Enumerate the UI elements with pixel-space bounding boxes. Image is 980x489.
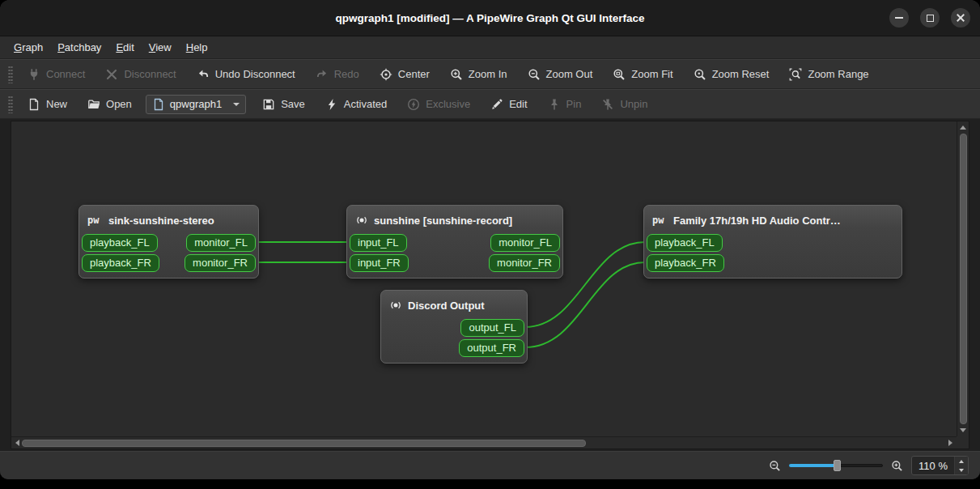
port-output-fl[interactable]: output_FL [460,319,524,337]
horizontal-scrollbar-thumb[interactable] [22,440,586,447]
node-discord-output[interactable]: Discord Output output_FL output_FR [380,290,528,364]
activated-toggle[interactable]: Activated [319,94,393,115]
node-title: sunshine [sunshine-record] [374,215,512,227]
graph-canvas[interactable]: pw sink-sunshine-stereo playback_FL moni… [11,121,957,436]
open-patchbay-button[interactable]: Open [81,94,138,115]
node-title: Discord Output [408,300,485,312]
canvas-area: pw sink-sunshine-stereo playback_FL moni… [0,119,980,451]
zoom-in-button[interactable]: Zoom In [443,64,514,85]
menu-graph[interactable]: Graph [6,38,50,57]
maximize-icon [927,15,934,22]
unpin-icon [601,98,614,111]
pin-icon [548,98,561,111]
undo-disconnect-button[interactable]: Undo Disconnect [190,64,302,85]
disconnect-button[interactable]: Disconnect [99,64,182,85]
port-monitor-fr[interactable]: monitor_FR [185,254,256,272]
port-monitor-fl[interactable]: monitor_FL [186,234,256,252]
window-controls [889,0,970,36]
edit-toggle[interactable]: Edit [484,94,533,115]
pin-button[interactable]: Pin [541,94,588,115]
disconnect-label: Disconnect [124,68,176,80]
redo-label: Redo [334,68,359,80]
close-icon [956,13,965,23]
toolbar-drag-handle[interactable] [8,66,13,83]
menu-patchbay[interactable]: Patchbay [50,38,108,57]
save-label: Save [281,98,305,110]
port-list: output_FL output_FR [381,319,527,363]
menubar: Graph Patchbay Edit View Help [0,36,980,59]
node-title-bar: Discord Output [381,296,527,315]
connect-button[interactable]: Connect [21,64,91,85]
port-playback-fl[interactable]: playback_FL [82,234,158,252]
zoom-out-icon [528,68,541,81]
zoom-spin-arrows [954,457,968,474]
node-sink-sunshine-stereo[interactable]: pw sink-sunshine-stereo playback_FL moni… [78,205,259,279]
scroll-up-button[interactable] [959,123,968,132]
port-output-fr[interactable]: output_FR [459,339,524,357]
menu-view[interactable]: View [142,38,179,57]
horizontal-scrollbar[interactable] [11,436,957,449]
maximize-button[interactable] [920,8,940,28]
zoom-slider[interactable] [789,459,883,472]
zoom-spinbox[interactable]: 110 % [911,456,969,475]
arrow-right-icon [948,440,952,446]
center-button[interactable]: Center [373,64,436,85]
zoom-in-icon [891,460,903,472]
patchbay-profile-combo[interactable]: qpwgraph1 [146,95,246,114]
zoom-out-button[interactable]: Zoom Out [521,64,600,85]
zoom-out-icon [769,460,781,472]
port-list: playback_FL monitor_FL playback_FR monit… [79,234,258,278]
vertical-scrollbar[interactable] [957,121,969,436]
new-label: New [46,98,67,110]
zoom-spin-up-button[interactable] [955,457,968,466]
exclusive-toggle[interactable]: Exclusive [401,94,477,115]
save-patchbay-button[interactable]: Save [256,94,312,115]
center-icon [380,68,392,81]
zoom-in-label: Zoom In [469,68,507,80]
node-sunshine-record[interactable]: sunshine [sunshine-record] input_FL moni… [346,205,563,279]
minimize-icon [895,17,903,19]
node-family-hd-audio[interactable]: pw Family 17h/19h HD Audio Contr… playba… [643,205,902,279]
close-button[interactable] [951,8,970,28]
port-monitor-fr[interactable]: monitor_FR [489,254,560,272]
window-title: qpwgraph1 [modified] — A PipeWire Graph … [335,12,644,24]
horizontal-scrollbar-track[interactable] [22,437,946,449]
new-patchbay-button[interactable]: New [21,94,74,115]
zoom-reset-button[interactable]: Zoom Reset [687,64,776,85]
zoom-reset-label: Zoom Reset [712,68,770,80]
port-playback-fr[interactable]: playback_FR [647,254,724,272]
bolt-icon [325,98,338,111]
pencil-icon [490,98,503,111]
node-title-bar: sunshine [sunshine-record] [347,210,562,230]
undo-icon [197,68,210,81]
node-title-bar: pw Family 17h/19h HD Audio Contr… [644,210,902,230]
zoom-slider-thumb[interactable] [834,460,841,471]
svg-text:pw: pw [87,215,100,226]
scroll-down-button[interactable] [959,426,968,435]
port-playback-fr[interactable]: playback_FR [82,254,159,272]
redo-button[interactable]: Redo [309,64,366,85]
menu-help[interactable]: Help [179,38,215,57]
vertical-scrollbar-thumb[interactable] [960,134,967,424]
zoom-fit-button[interactable]: Zoom Fit [606,64,679,85]
port-input-fr[interactable]: input_FR [350,254,409,272]
center-label: Center [398,68,430,80]
zoom-fit-label: Zoom Fit [631,68,672,80]
edit-label: Edit [509,98,527,110]
minimize-button[interactable] [889,8,909,28]
titlebar[interactable]: qpwgraph1 [modified] — A PipeWire Graph … [0,0,980,36]
patchbay-profile-value: qpwgraph1 [170,98,222,110]
unpin-button[interactable]: Unpin [595,94,654,115]
zoom-range-button[interactable]: Zoom Range [783,64,875,85]
scrollbar-corner [957,436,969,449]
connection-wires [11,121,957,436]
toolbar-drag-handle[interactable] [8,96,13,113]
scroll-left-button[interactable] [13,439,22,448]
zoom-spin-down-button[interactable] [955,466,968,474]
scroll-right-button[interactable] [946,439,955,448]
port-monitor-fl[interactable]: monitor_FL [490,234,560,252]
port-playback-fl[interactable]: playback_FL [647,234,723,252]
port-input-fl[interactable]: input_FL [350,234,407,252]
menu-edit[interactable]: Edit [108,38,141,57]
chevron-down-icon [233,103,240,106]
